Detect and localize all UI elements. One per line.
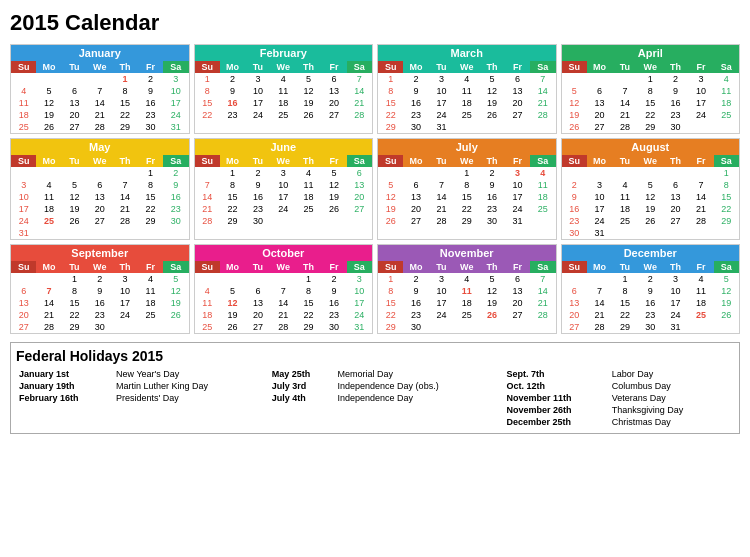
day-label-Su: Su	[11, 261, 36, 273]
day-cell: 16	[403, 297, 428, 309]
day-cell: 14	[688, 191, 713, 203]
day-label-Tu: Tu	[245, 261, 270, 273]
day-cell: 9	[562, 191, 587, 203]
day-cell: 16	[163, 191, 188, 203]
empty-cell	[562, 273, 587, 285]
day-cell: 4	[612, 179, 637, 191]
day-cell: 25	[530, 203, 555, 215]
day-cell: 4	[36, 179, 61, 191]
day-cell: 25	[11, 121, 36, 133]
month-header-jul: July	[378, 139, 556, 155]
day-cell: 1	[62, 273, 87, 285]
day-cell: 7	[36, 285, 61, 297]
day-label-Fr: Fr	[321, 261, 346, 273]
month-sep: SeptemberSuMoTuWeThFrSa12345678910111213…	[10, 244, 190, 334]
day-cell: 9	[403, 285, 428, 297]
day-cell: 21	[195, 203, 220, 215]
day-cell: 17	[587, 203, 612, 215]
day-cell: 30	[403, 121, 428, 133]
day-cell: 25	[612, 215, 637, 227]
day-cell: 30	[479, 215, 504, 227]
day-label-We: We	[454, 61, 479, 73]
empty-cell	[220, 273, 245, 285]
day-cell: 1	[195, 73, 220, 85]
day-cell: 23	[403, 309, 428, 321]
day-cell: 27	[403, 215, 428, 227]
day-cell: 8	[195, 85, 220, 97]
day-cell: 15	[138, 191, 163, 203]
day-label-Fr: Fr	[505, 155, 530, 167]
day-cell: 26	[163, 309, 188, 321]
holiday-row: January 1stNew Year's DayMay 25thMemoria…	[16, 368, 734, 380]
holiday-date: May 25th	[269, 368, 335, 380]
day-cell: 3	[505, 167, 530, 179]
day-label-Tu: Tu	[612, 61, 637, 73]
day-cell: 22	[296, 309, 321, 321]
empty-cell	[612, 167, 637, 179]
day-cell: 10	[163, 85, 188, 97]
day-cell: 24	[429, 109, 454, 121]
day-cell: 10	[347, 285, 372, 297]
day-cell: 2	[321, 273, 346, 285]
day-cell: 2	[403, 273, 428, 285]
day-label-Th: Th	[663, 155, 688, 167]
day-cell: 25	[688, 309, 713, 321]
day-cell: 21	[347, 97, 372, 109]
day-label-Sa: Sa	[163, 155, 188, 167]
day-cell: 9	[321, 285, 346, 297]
day-cell: 26	[62, 215, 87, 227]
day-cell: 17	[429, 97, 454, 109]
day-cell: 17	[112, 297, 137, 309]
day-label-We: We	[87, 261, 112, 273]
day-cell: 9	[138, 85, 163, 97]
day-cell: 17	[163, 97, 188, 109]
month-header-apr: April	[562, 45, 740, 61]
holiday-date: February 16th	[16, 392, 113, 404]
empty-cell	[62, 73, 87, 85]
day-cell: 16	[479, 191, 504, 203]
day-label-Tu: Tu	[62, 155, 87, 167]
day-cell: 12	[163, 285, 188, 297]
day-cell: 26	[36, 121, 61, 133]
day-cell: 14	[87, 97, 112, 109]
day-cell: 5	[36, 85, 61, 97]
day-cell: 28	[112, 215, 137, 227]
day-cell: 7	[271, 285, 296, 297]
day-cell: 24	[112, 309, 137, 321]
day-cell: 10	[663, 285, 688, 297]
day-cell: 17	[245, 97, 270, 109]
day-label-Sa: Sa	[347, 61, 372, 73]
empty-cell	[429, 167, 454, 179]
day-cell: 11	[688, 285, 713, 297]
day-label-Sa: Sa	[347, 261, 372, 273]
day-label-Sa: Sa	[530, 61, 555, 73]
day-cell: 23	[138, 109, 163, 121]
month-mar: MarchSuMoTuWeThFrSa123456789101112131415…	[377, 44, 557, 134]
day-cell: 18	[36, 203, 61, 215]
day-cell: 30	[138, 121, 163, 133]
day-cell: 27	[11, 321, 36, 333]
day-cell: 31	[347, 321, 372, 333]
empty-cell	[87, 73, 112, 85]
day-cell: 25	[296, 203, 321, 215]
day-label-We: We	[87, 155, 112, 167]
day-cell: 20	[562, 309, 587, 321]
day-label-We: We	[454, 155, 479, 167]
day-cell: 20	[505, 297, 530, 309]
day-cell: 19	[220, 309, 245, 321]
day-cell: 7	[87, 85, 112, 97]
day-cell: 2	[163, 167, 188, 179]
day-cell: 1	[112, 73, 137, 85]
day-label-Tu: Tu	[429, 261, 454, 273]
day-cell: 2	[663, 73, 688, 85]
day-cell: 16	[245, 191, 270, 203]
holiday-date: December 25th	[504, 416, 609, 428]
day-label-Tu: Tu	[612, 261, 637, 273]
day-label-Mo: Mo	[403, 261, 428, 273]
day-cell: 16	[87, 297, 112, 309]
month-aug: AugustSuMoTuWeThFrSa12345678910111213141…	[561, 138, 741, 240]
day-cell: 12	[562, 97, 587, 109]
day-label-Tu: Tu	[62, 261, 87, 273]
day-cell: 24	[688, 109, 713, 121]
day-cell: 22	[220, 203, 245, 215]
